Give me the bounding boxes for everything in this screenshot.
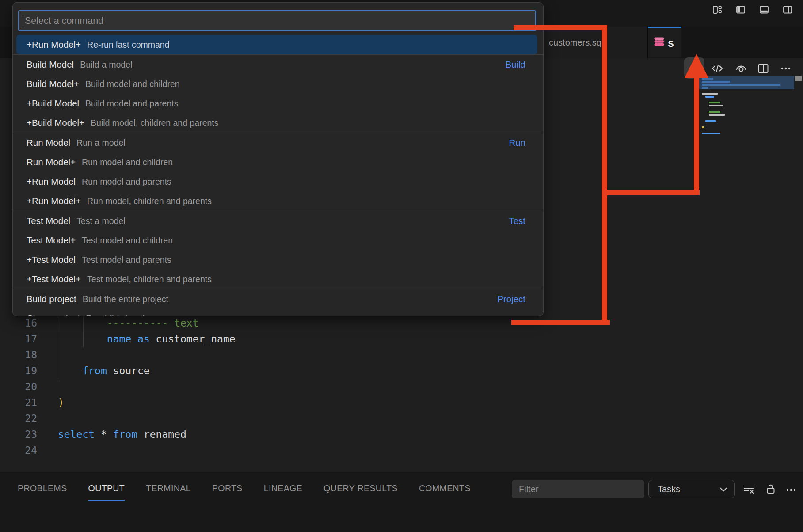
lock-icon[interactable] [765, 483, 777, 495]
command-group: Test ModelTest a modelTestTest Model+Tes… [13, 211, 543, 289]
annotation-line-branch [604, 190, 700, 195]
command-description: Test model and parents [82, 255, 171, 265]
code-line: 19 from source [0, 363, 698, 379]
command-description: Re-run last command [87, 40, 169, 50]
line-number: 24 [0, 442, 37, 458]
command-item[interactable]: Test ModelTest a modelTest [16, 211, 537, 231]
minimap-highlight-bar [702, 84, 780, 86]
line-number: 21 [0, 395, 37, 410]
code-line: 17 name as customer_name [0, 331, 698, 347]
minimap[interactable] [699, 62, 794, 239]
line-number: 23 [0, 426, 37, 442]
command-description: Build model and children [85, 79, 180, 89]
command-item[interactable]: Build projectBuild the entire projectPro… [16, 289, 537, 309]
code-lines: 16 ---------- text17 name as customer_na… [0, 315, 698, 458]
clear-output-icon[interactable] [742, 483, 755, 495]
code-line: 22 [0, 410, 698, 426]
command-input[interactable] [23, 15, 535, 27]
code-line: 24 [0, 442, 698, 458]
tab-split-label: s [668, 37, 674, 49]
toggle-primary-sidebar-icon[interactable] [735, 4, 746, 15]
customize-layout-icon[interactable] [712, 4, 723, 15]
tasks-dropdown-label: Tasks [658, 484, 680, 494]
command-input-wrap [18, 10, 536, 31]
minimap-highlight-bar [702, 81, 730, 83]
line-number: 18 [0, 347, 37, 363]
command-item[interactable]: Run Model+Run model and children [16, 152, 537, 172]
command-label: Test Model [27, 216, 70, 226]
tasks-dropdown[interactable]: Tasks [648, 480, 735, 498]
panel-tab-problems[interactable]: PROBLEMS [18, 477, 67, 501]
command-label: Test Model+ [27, 235, 76, 246]
line-number: 22 [0, 410, 37, 426]
command-item[interactable]: +Build Model+Build model, children and p… [16, 113, 537, 133]
command-description: Test a model [76, 216, 126, 226]
more-icon[interactable] [785, 483, 797, 495]
minimap-highlight-bar [702, 87, 708, 89]
minimap-code-line [709, 102, 720, 103]
tab-customers-sql[interactable]: customers.sql [543, 27, 648, 58]
command-group: Build ModelBuild a modelBuildBuild Model… [13, 54, 543, 133]
command-item[interactable]: +Run Model+Re-run last command [16, 35, 537, 54]
scrollbar-thumb[interactable] [795, 76, 802, 81]
command-item[interactable]: Run ModelRun a modelRun [16, 133, 537, 152]
command-group: Run ModelRun a modelRunRun Model+Run mod… [13, 133, 543, 211]
minimap-code-line [709, 114, 725, 116]
command-label: Clean project [27, 313, 80, 316]
annotation-arrow-head [685, 54, 708, 78]
panel-tab-terminal[interactable]: TERMINAL [146, 477, 191, 501]
ide-window: customers.sql s [0, 0, 803, 532]
command-label: Build Model+ [27, 79, 79, 89]
line-number: 16 [0, 315, 37, 331]
minimap-code-line [702, 133, 720, 134]
panel-tab-lineage[interactable]: LINEAGE [264, 477, 302, 501]
command-description: Run model, children and parents [87, 196, 212, 206]
command-item[interactable]: +Build ModelBuild model and parents [16, 94, 537, 113]
command-description: Build the entire project [83, 294, 168, 304]
minimap-code-line [705, 96, 714, 98]
command-label: Build project [27, 294, 76, 304]
minimap-code-line [702, 126, 704, 128]
command-label: +Build Model+ [27, 118, 84, 128]
panel-tab-comments[interactable]: COMMENTS [419, 477, 471, 501]
command-description: Test model, children and parents [87, 274, 212, 285]
command-item[interactable]: +Run Model+Run model, children and paren… [16, 191, 537, 211]
command-description: Run model and parents [82, 177, 171, 187]
command-description: Build model and parents [85, 99, 178, 109]
command-label: +Test Model+ [27, 274, 81, 285]
command-item[interactable]: Clean projectRun `dbt clean` [16, 309, 537, 316]
command-label: +Run Model+ [27, 196, 81, 206]
command-item[interactable]: +Run ModelRun model and parents [16, 172, 537, 191]
command-label: +Build Model [27, 98, 79, 109]
command-palette: +Run Model+Re-run last commandBuild Mode… [12, 2, 544, 316]
filter-input[interactable] [512, 480, 644, 498]
command-item[interactable]: +Test ModelTest model and parents [16, 250, 537, 270]
command-item[interactable]: Build Model+Build model and children [16, 74, 537, 94]
panel-tabs: PROBLEMSOUTPUTTERMINALPORTSLINEAGEQUERY … [18, 477, 471, 501]
annotation-arrow-shaft [694, 76, 699, 195]
minimap-slider[interactable] [699, 76, 794, 89]
minimap-code-line [702, 93, 718, 95]
group-badge: Build [505, 59, 525, 70]
command-item[interactable]: Build ModelBuild a modelBuild [16, 55, 537, 74]
window-layout-controls [712, 4, 793, 15]
panel-tab-ports[interactable]: PORTS [212, 477, 243, 501]
command-label: +Run Model [27, 176, 76, 187]
panel-tab-output[interactable]: OUTPUT [88, 477, 125, 501]
command-label: Build Model [27, 59, 74, 70]
annotation-line-bottom [511, 320, 610, 325]
minimap-code-line [709, 105, 723, 106]
command-label: Run Model [27, 137, 70, 148]
command-item[interactable]: Test Model+Test model and children [16, 231, 537, 250]
panel-tab-query-results[interactable]: QUERY RESULTS [323, 477, 398, 501]
command-item[interactable]: +Test Model+Test model, children and par… [16, 270, 537, 289]
editor-scrollbar[interactable] [795, 62, 802, 472]
code-line: 23select * from renamed [0, 426, 698, 442]
database-icon [653, 36, 665, 50]
chevron-down-icon [719, 484, 727, 494]
toggle-panel-icon[interactable] [759, 4, 769, 15]
tab-dbt-split[interactable]: s [648, 27, 681, 57]
annotation-line-vertical [602, 25, 607, 325]
bottom-panel: PROBLEMSOUTPUTTERMINALPORTSLINEAGEQUERY … [0, 472, 803, 532]
toggle-secondary-sidebar-icon[interactable] [782, 4, 793, 15]
